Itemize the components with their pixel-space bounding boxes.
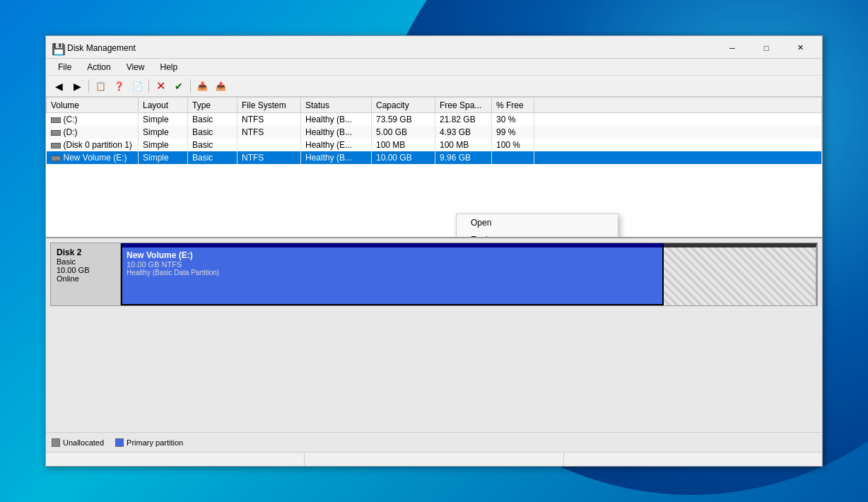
toolbar-properties[interactable]: 📋 bbox=[92, 78, 109, 94]
title-bar: 💾 Disk Management ─ □ ✕ bbox=[46, 36, 822, 59]
context-menu-item-open[interactable]: Open bbox=[457, 214, 618, 231]
menu-file[interactable]: File bbox=[52, 60, 78, 74]
cell-extra bbox=[534, 139, 822, 151]
cell-type: Basic bbox=[188, 113, 237, 127]
disk-row: Disk 2 Basic 10.00 GB Online New Volume … bbox=[50, 243, 818, 306]
cell-status: Healthy (B... bbox=[301, 151, 372, 164]
table-row[interactable]: (C:) Simple Basic NTFS Healthy (B... 73.… bbox=[47, 113, 822, 127]
toolbar-back[interactable]: ◀ bbox=[50, 78, 67, 94]
status-section-1 bbox=[46, 453, 305, 466]
toolbar-sep-2 bbox=[148, 80, 149, 93]
partition-unallocated[interactable] bbox=[664, 243, 817, 305]
title-controls: ─ □ ✕ bbox=[716, 40, 816, 56]
context-menu-item-explore[interactable]: Explore bbox=[457, 231, 618, 238]
status-bar bbox=[46, 452, 822, 466]
partition-detail2: Healthy (Basic Data Partition) bbox=[127, 269, 658, 276]
table-row[interactable]: (D:) Simple Basic NTFS Healthy (B... 5.0… bbox=[47, 126, 822, 139]
legend-label-unallocated: Unallocated bbox=[63, 438, 104, 447]
volume-table: Volume Layout Type File System Status Ca… bbox=[46, 97, 822, 164]
cell-pct: 99 % bbox=[492, 126, 534, 139]
cell-type: Basic bbox=[188, 139, 237, 151]
cell-extra bbox=[534, 113, 822, 127]
disk-status: Online bbox=[57, 274, 115, 283]
legend-box-primary bbox=[115, 438, 124, 447]
disk-partitions: New Volume (E:) 10.00 GB NTFS Healthy (B… bbox=[121, 243, 818, 306]
disk-type: Basic bbox=[57, 257, 115, 266]
col-pctfree[interactable]: % Free bbox=[492, 98, 534, 113]
toolbar-check[interactable]: ✔ bbox=[170, 78, 187, 94]
disk-label: Disk 2 Basic 10.00 GB Online bbox=[50, 243, 121, 306]
cell-extra bbox=[534, 151, 822, 164]
partition-e[interactable]: New Volume (E:) 10.00 GB NTFS Healthy (B… bbox=[121, 243, 664, 305]
toolbar-help[interactable]: ❓ bbox=[110, 78, 127, 94]
table-row[interactable]: New Volume (E:) Simple Basic NTFS Health… bbox=[47, 151, 822, 164]
cell-pct bbox=[492, 151, 534, 164]
cell-status: Healthy (B... bbox=[301, 113, 372, 127]
cell-type: Basic bbox=[188, 151, 237, 164]
col-type[interactable]: Type bbox=[188, 98, 237, 113]
window-title: Disk Management bbox=[67, 43, 716, 53]
maximize-button[interactable]: □ bbox=[750, 40, 782, 56]
toolbar-import[interactable]: 📥 bbox=[194, 78, 211, 94]
cell-capacity: 5.00 GB bbox=[372, 126, 435, 139]
cell-volume: (Disk 0 partition 1) bbox=[47, 139, 139, 151]
close-button[interactable]: ✕ bbox=[784, 40, 816, 56]
minimize-button[interactable]: ─ bbox=[716, 40, 749, 56]
status-section-2 bbox=[305, 453, 563, 466]
col-status[interactable]: Status bbox=[301, 98, 372, 113]
table-area: Volume Layout Type File System Status Ca… bbox=[46, 97, 822, 238]
context-menu: OpenExploreMark Partition as ActiveChang… bbox=[456, 214, 618, 238]
disk-size: 10.00 GB bbox=[57, 266, 115, 274]
cell-capacity: 73.59 GB bbox=[372, 113, 435, 127]
toolbar-sep-3 bbox=[190, 80, 191, 93]
toolbar-sep-1 bbox=[88, 80, 89, 93]
cell-filesystem: NTFS bbox=[237, 126, 301, 139]
cell-pct: 100 % bbox=[492, 139, 534, 151]
cell-pct: 30 % bbox=[492, 113, 534, 127]
cell-filesystem: NTFS bbox=[237, 151, 301, 164]
disk-name: Disk 2 bbox=[57, 247, 115, 257]
legend: Unallocated Primary partition bbox=[46, 432, 822, 452]
toolbar-cmd[interactable]: 📄 bbox=[129, 78, 146, 94]
cell-volume: (C:) bbox=[47, 113, 139, 127]
table-row[interactable]: (Disk 0 partition 1) Simple Basic Health… bbox=[47, 139, 822, 151]
cell-volume: New Volume (E:) bbox=[47, 151, 139, 164]
menu-help[interactable]: Help bbox=[154, 60, 184, 74]
toolbar-export[interactable]: 📤 bbox=[212, 78, 229, 94]
disk-map-area: Disk 2 Basic 10.00 GB Online New Volume … bbox=[46, 238, 822, 432]
legend-label-primary: Primary partition bbox=[127, 438, 183, 447]
cell-layout: Simple bbox=[139, 126, 188, 139]
menu-action[interactable]: Action bbox=[81, 60, 117, 74]
menu-bar: File Action View Help bbox=[46, 59, 822, 76]
toolbar-cut[interactable]: ✕ bbox=[152, 78, 169, 94]
cell-capacity: 10.00 GB bbox=[372, 151, 435, 164]
main-content: Volume Layout Type File System Status Ca… bbox=[46, 97, 822, 452]
cell-volume: (D:) bbox=[47, 126, 139, 139]
cell-capacity: 100 MB bbox=[372, 139, 435, 151]
col-extra bbox=[534, 98, 822, 113]
cell-type: Basic bbox=[188, 126, 237, 139]
toolbar: ◀ ▶ 📋 ❓ 📄 ✕ ✔ 📥 📤 bbox=[46, 76, 822, 97]
status-section-3 bbox=[564, 453, 822, 466]
col-filesystem[interactable]: File System bbox=[237, 98, 301, 113]
partition-detail1: 10.00 GB NTFS bbox=[127, 260, 658, 269]
col-capacity[interactable]: Capacity bbox=[372, 98, 435, 113]
col-freespace[interactable]: Free Spa... bbox=[435, 98, 492, 113]
legend-box-unallocated bbox=[52, 438, 60, 447]
menu-view[interactable]: View bbox=[120, 60, 151, 74]
cell-free: 4.93 GB bbox=[435, 126, 492, 139]
cell-status: Healthy (E... bbox=[301, 139, 372, 151]
partition-label: New Volume (E:) bbox=[127, 250, 658, 260]
cell-filesystem: NTFS bbox=[237, 113, 301, 127]
legend-primary: Primary partition bbox=[115, 438, 183, 447]
cell-extra bbox=[534, 126, 822, 139]
toolbar-forward[interactable]: ▶ bbox=[69, 78, 86, 94]
cell-status: Healthy (B... bbox=[301, 126, 372, 139]
cell-filesystem bbox=[237, 139, 301, 151]
cell-layout: Simple bbox=[139, 139, 188, 151]
col-volume[interactable]: Volume bbox=[47, 98, 139, 113]
cell-free: 100 MB bbox=[435, 139, 492, 151]
cell-free: 21.82 GB bbox=[435, 113, 492, 127]
cell-free: 9.96 GB bbox=[435, 151, 492, 164]
col-layout[interactable]: Layout bbox=[139, 98, 188, 113]
